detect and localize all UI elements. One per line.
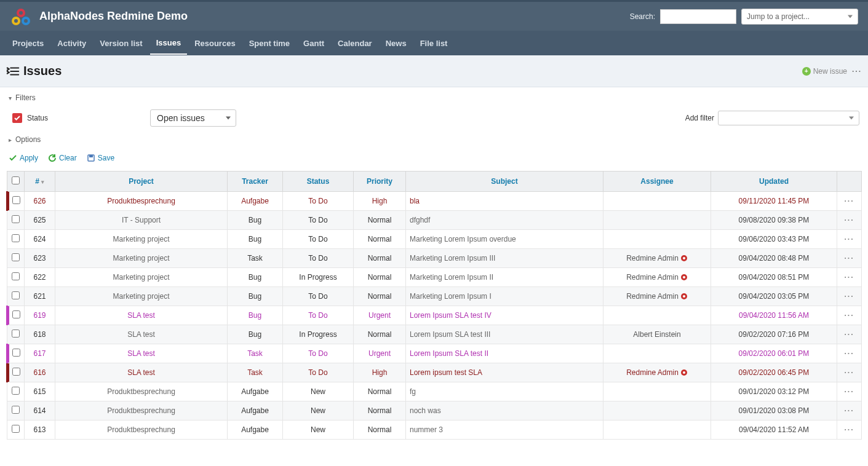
page-actions-menu[interactable]: ···: [852, 67, 862, 76]
row-actions-menu[interactable]: ···: [844, 406, 854, 415]
row-assignee[interactable]: Redmine Admin: [603, 268, 711, 287]
row-subject[interactable]: Lorem Ipsum SLA test II: [406, 344, 603, 363]
row-id[interactable]: 618: [25, 325, 55, 344]
nav-issues[interactable]: Issues: [150, 32, 187, 55]
row-actions-menu[interactable]: ···: [844, 235, 854, 243]
row-id[interactable]: 626: [25, 192, 55, 211]
add-filter-select[interactable]: [718, 111, 859, 125]
apply-button[interactable]: Apply: [9, 154, 38, 162]
row-assignee[interactable]: [603, 192, 711, 211]
nav-version-list[interactable]: Version list: [94, 33, 148, 54]
col-status-header[interactable]: Status: [283, 172, 354, 192]
nav-activity[interactable]: Activity: [51, 33, 92, 54]
row-actions-menu[interactable]: ···: [844, 349, 854, 358]
options-legend-toggle[interactable]: ▸ Options: [9, 133, 859, 150]
nav-gantt[interactable]: Gantt: [297, 33, 330, 54]
row-actions-menu[interactable]: ···: [844, 387, 854, 396]
row-checkbox[interactable]: [12, 291, 20, 299]
row-checkbox[interactable]: [12, 272, 20, 280]
col-priority-header[interactable]: Priority: [354, 172, 406, 192]
new-issue-link[interactable]: + New issue: [802, 67, 847, 76]
row-id[interactable]: 615: [25, 382, 55, 401]
status-filter-select[interactable]: Open issues: [150, 109, 236, 127]
row-project[interactable]: Produktbesprechung: [55, 382, 228, 401]
row-assignee[interactable]: [603, 230, 711, 249]
row-checkbox[interactable]: [12, 215, 20, 223]
row-actions-menu[interactable]: ···: [844, 197, 854, 205]
row-assignee[interactable]: Redmine Admin: [603, 287, 711, 306]
nav-resources[interactable]: Resources: [188, 33, 241, 54]
row-actions-menu[interactable]: ···: [844, 254, 854, 263]
row-assignee[interactable]: [603, 401, 711, 421]
row-project[interactable]: Produktbesprechung: [55, 421, 228, 440]
row-project[interactable]: Marketing project: [55, 230, 228, 249]
row-project[interactable]: SLA test: [55, 363, 228, 382]
row-assignee[interactable]: [603, 421, 711, 440]
row-subject[interactable]: bla: [406, 192, 603, 211]
row-id[interactable]: 621: [25, 287, 55, 306]
row-id[interactable]: 616: [25, 363, 55, 382]
search-input[interactable]: [660, 9, 736, 24]
row-subject[interactable]: Marketing Lorem Ipsum II: [406, 268, 603, 287]
row-checkbox[interactable]: [12, 330, 20, 338]
row-actions-menu[interactable]: ···: [844, 330, 854, 339]
col-subject-header[interactable]: Subject: [406, 172, 603, 192]
row-id[interactable]: 614: [25, 401, 55, 421]
row-subject[interactable]: Marketing Lorem Ipsum III: [406, 249, 603, 268]
row-actions-menu[interactable]: ···: [844, 368, 854, 377]
nav-projects[interactable]: Projects: [6, 33, 50, 54]
row-subject[interactable]: fg: [406, 382, 603, 401]
col-tracker-header[interactable]: Tracker: [228, 172, 283, 192]
row-checkbox[interactable]: [12, 425, 20, 433]
col-updated-header[interactable]: Updated: [711, 172, 837, 192]
row-checkbox[interactable]: [12, 368, 20, 376]
row-project[interactable]: SLA test: [55, 306, 228, 325]
row-subject[interactable]: noch was: [406, 401, 603, 421]
row-project[interactable]: IT - Support: [55, 211, 228, 230]
filters-legend-toggle[interactable]: ▾ Filters: [9, 93, 859, 102]
row-project[interactable]: SLA test: [55, 325, 228, 344]
row-subject[interactable]: nummer 3: [406, 421, 603, 440]
row-assignee[interactable]: Redmine Admin: [603, 249, 711, 268]
clear-button[interactable]: Clear: [48, 154, 77, 162]
row-checkbox[interactable]: [12, 349, 20, 357]
row-subject[interactable]: Lorem Ipsum SLA test III: [406, 325, 603, 344]
row-id[interactable]: 624: [25, 230, 55, 249]
row-project[interactable]: Marketing project: [55, 249, 228, 268]
row-id[interactable]: 623: [25, 249, 55, 268]
row-project[interactable]: Produktbesprechung: [55, 401, 228, 421]
row-project[interactable]: Marketing project: [55, 268, 228, 287]
row-project[interactable]: Produktbesprechung: [55, 192, 228, 211]
row-actions-menu[interactable]: ···: [844, 273, 854, 282]
row-id[interactable]: 613: [25, 421, 55, 440]
col-id-header[interactable]: #▾: [25, 172, 55, 192]
row-assignee[interactable]: [603, 344, 711, 363]
nav-calendar[interactable]: Calendar: [332, 33, 378, 54]
row-id[interactable]: 625: [25, 211, 55, 230]
select-all-checkbox[interactable]: [12, 176, 20, 184]
row-project[interactable]: SLA test: [55, 344, 228, 363]
row-assignee[interactable]: Redmine Admin: [603, 363, 711, 382]
row-checkbox[interactable]: [12, 196, 20, 204]
nav-file-list[interactable]: File list: [414, 33, 454, 54]
row-project[interactable]: Marketing project: [55, 287, 228, 306]
nav-spent-time[interactable]: Spent time: [243, 33, 296, 54]
row-assignee[interactable]: Albert Einstein: [603, 325, 711, 344]
nav-news[interactable]: News: [380, 33, 413, 54]
row-assignee[interactable]: [603, 382, 711, 401]
row-actions-menu[interactable]: ···: [844, 216, 854, 224]
row-checkbox[interactable]: [12, 406, 20, 414]
row-subject[interactable]: Marketing Lorem Ipsum I: [406, 287, 603, 306]
row-actions-menu[interactable]: ···: [844, 292, 854, 301]
row-actions-menu[interactable]: ···: [844, 311, 854, 320]
col-project-header[interactable]: Project: [55, 172, 228, 192]
row-subject[interactable]: Lorem ipsum test SLA: [406, 363, 603, 382]
row-checkbox[interactable]: [12, 310, 20, 318]
row-actions-menu[interactable]: ···: [844, 425, 854, 434]
project-jump-select[interactable]: Jump to a project...: [741, 9, 858, 25]
row-checkbox[interactable]: [12, 387, 20, 395]
row-subject[interactable]: Lorem Ipsum SLA test IV: [406, 306, 603, 325]
save-button[interactable]: Save: [87, 154, 114, 162]
row-id[interactable]: 617: [25, 344, 55, 363]
row-checkbox[interactable]: [12, 234, 20, 242]
